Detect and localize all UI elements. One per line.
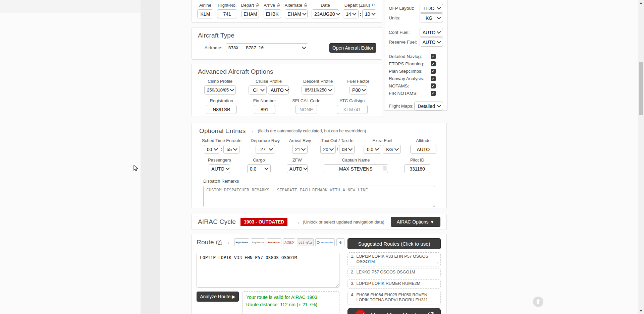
suggested-route-item[interactable]: 4. EH036 EH064 EH029 EH050 ROVEN LOPIK T… xyxy=(347,291,441,305)
eurofpl-link[interactable]: e xyxy=(336,238,344,246)
zulu-minute-select[interactable]: 10 xyxy=(362,9,376,18)
taxi-in-select[interactable]: 08 xyxy=(339,145,355,154)
arrival-rwy-select[interactable]: 21 xyxy=(292,145,308,154)
airframe-select[interactable]: B78X - B787-10 xyxy=(226,43,308,52)
agrd-link[interactable]: AGRD xyxy=(283,238,295,246)
zulu-hour-select[interactable]: 14 xyxy=(343,9,359,18)
chevron-down-icon xyxy=(362,87,366,91)
aircraft-type-card: Aircraft Type Airframe: B78X - B787-10 O… xyxy=(192,27,382,60)
suggested-route-item[interactable]: 3. LOPI1P LOPIK RUMER RUME2M xyxy=(347,279,441,289)
scroll-to-top-button[interactable] xyxy=(533,297,543,307)
etops-planning-checkbox[interactable] xyxy=(431,61,436,66)
refresh-icon[interactable]: ↻ xyxy=(371,3,375,7)
autorouter-link[interactable]: autorouter xyxy=(315,238,335,246)
sched-minutes-value: 55 xyxy=(226,147,232,152)
cont-fuel-value: AUTO xyxy=(422,30,436,35)
cruise-profile-value-1: CI xyxy=(251,87,259,93)
dispatch-remarks-textarea[interactable] xyxy=(203,186,435,207)
sched-minutes-select[interactable]: 55 xyxy=(223,145,239,154)
cont-fuel-select[interactable]: AUTO xyxy=(420,28,443,37)
arrive-input[interactable] xyxy=(264,9,281,18)
extra-fuel-select[interactable]: 0.0 xyxy=(364,145,381,154)
depart-input[interactable] xyxy=(241,9,259,18)
fin-number-input[interactable] xyxy=(254,105,275,114)
left-gutter-band xyxy=(141,0,160,314)
scrollbar-up-arrow[interactable] xyxy=(640,2,642,4)
airline-input[interactable] xyxy=(197,9,213,18)
optional-entries-title: Optional Entries xyxy=(199,127,246,135)
atc-callsign-label: ATC Callsign xyxy=(339,98,365,103)
edi-gla-link[interactable]: edi-gla xyxy=(297,238,314,246)
notams-checkbox[interactable] xyxy=(431,83,436,88)
route-textarea[interactable]: LOPI1P LOPIK V33 EHN P57 OSGOS OSGO1M xyxy=(197,253,339,288)
aircraft-type-title: Aircraft Type xyxy=(198,32,376,39)
extra-fuel-unit-select[interactable]: KG xyxy=(383,145,401,154)
units-select[interactable]: KG xyxy=(420,13,443,22)
zfw-select[interactable]: AUTO xyxy=(287,164,308,173)
chevron-down-icon xyxy=(260,87,265,91)
ofp-layout-select[interactable]: LIDO xyxy=(420,4,443,13)
flightaware-link[interactable]: FlightAware xyxy=(234,238,249,246)
passengers-select[interactable]: AUTO xyxy=(209,164,230,173)
autorouter-label: autorouter xyxy=(321,241,333,244)
departure-rwy-select[interactable]: 27 xyxy=(256,145,275,154)
scrollbar-down-arrow[interactable] xyxy=(640,310,642,312)
atc-callsign-input[interactable] xyxy=(337,105,368,114)
suggested-route-item[interactable]: 1. LOPI1P LOPIK V33 EHN P57 OSGOS OSGO1M xyxy=(347,252,441,266)
scrollbar-thumb[interactable] xyxy=(639,62,643,115)
taxi-out-select[interactable]: 20 xyxy=(320,145,336,154)
altitude-label: Altitude xyxy=(416,138,430,143)
flight-maps-select[interactable]: Detailed xyxy=(414,102,443,111)
cruise-profile-select-2[interactable]: AUTO xyxy=(268,85,289,95)
sched-hours-value: 00 xyxy=(207,147,213,152)
page-scrollbar[interactable] xyxy=(638,0,644,314)
cruise-profile-value-2: AUTO xyxy=(271,87,284,93)
pilot-id-input[interactable] xyxy=(404,164,430,173)
reserve-fuel-select[interactable]: AUTO xyxy=(420,38,443,47)
detailed-navlog-checkbox[interactable] xyxy=(431,54,436,59)
chevron-down-icon xyxy=(304,166,308,170)
runway-analysis-label: Runway Analysis: xyxy=(389,76,424,81)
suggested-route-item[interactable]: 2. LEKKO P57 OSGOS OSGO1M xyxy=(347,268,441,277)
taxi-label: Taxi Out / Taxi In xyxy=(321,138,354,143)
cruise-profile-select-1[interactable]: CI xyxy=(249,85,267,95)
routefinder-link[interactable]: RouteFinder xyxy=(267,238,281,246)
sched-hours-select[interactable]: 00 xyxy=(204,145,220,154)
registration-input[interactable] xyxy=(206,105,237,114)
weather-icon[interactable] xyxy=(304,3,308,7)
route-help-link[interactable]: (?) xyxy=(216,240,222,245)
fir-notams-checkbox[interactable] xyxy=(431,91,436,96)
field-cruise-profile: Cruise Profile CI AUTO xyxy=(249,78,289,95)
captain-name-input[interactable] xyxy=(324,164,388,173)
captain-name-label: Captain Name xyxy=(342,158,370,163)
arrow-right-icon: → xyxy=(249,128,254,134)
runway-analysis-checkbox[interactable] xyxy=(431,76,436,81)
open-aircraft-editor-button[interactable]: Open Aircraft Editor xyxy=(329,43,376,53)
climb-profile-select[interactable]: 250/310/85 xyxy=(204,85,236,95)
chevron-down-icon xyxy=(352,11,357,15)
plan-stepclimbs-checkbox[interactable] xyxy=(431,69,436,74)
route-item-text: LEKKO P57 OSGOS OSGO1M xyxy=(356,270,415,275)
selcal-code-input[interactable] xyxy=(296,105,317,114)
optional-entries-note: (fields are automatically calculated, bu… xyxy=(258,129,366,133)
fuel-factor-value: P00 xyxy=(352,87,361,93)
alternate-select[interactable]: EHAM xyxy=(285,9,308,18)
weather-icon[interactable] xyxy=(276,3,281,7)
airac-options-button[interactable]: AIRAC Options ▼ xyxy=(391,217,440,227)
field-descent-profile: Descent Profile 85/310/250 xyxy=(302,78,334,95)
fuel-factor-select[interactable]: P00 xyxy=(350,85,367,95)
analyze-route-button[interactable]: Analyze Route ▶ xyxy=(197,292,239,302)
altitude-input[interactable] xyxy=(410,145,436,154)
weather-icon[interactable] xyxy=(255,3,260,7)
skyvector-link[interactable]: SkyVector xyxy=(251,238,265,246)
date-select[interactable]: 23AUG20 xyxy=(312,9,339,18)
descent-profile-select[interactable]: 85/310/250 xyxy=(302,85,334,95)
advanced-options-title: Advanced Aircraft Options xyxy=(198,68,376,75)
cargo-select[interactable]: 0.0 xyxy=(247,164,271,173)
view-more-routes-button[interactable]: NEW View More Routes xyxy=(347,308,441,314)
chevron-down-icon xyxy=(302,11,307,15)
route-link-chips: FlightAware SkyVector RouteFinder AGRD e… xyxy=(234,238,344,246)
input-list-icon[interactable] xyxy=(383,167,386,171)
chevron-down-icon xyxy=(371,11,376,15)
flight-no-input[interactable] xyxy=(217,9,237,18)
